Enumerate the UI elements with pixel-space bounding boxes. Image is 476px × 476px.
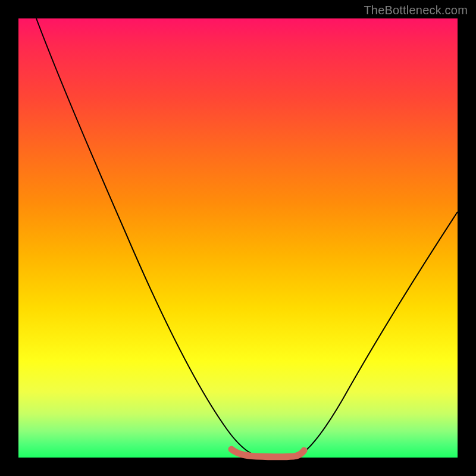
curve-overlay xyxy=(18,18,458,458)
right-curve xyxy=(298,212,458,456)
chart-frame: TheBottleneck.com xyxy=(0,0,476,476)
bottom-highlight xyxy=(231,449,304,457)
watermark-text: TheBottleneck.com xyxy=(364,4,468,17)
left-curve xyxy=(36,18,256,456)
